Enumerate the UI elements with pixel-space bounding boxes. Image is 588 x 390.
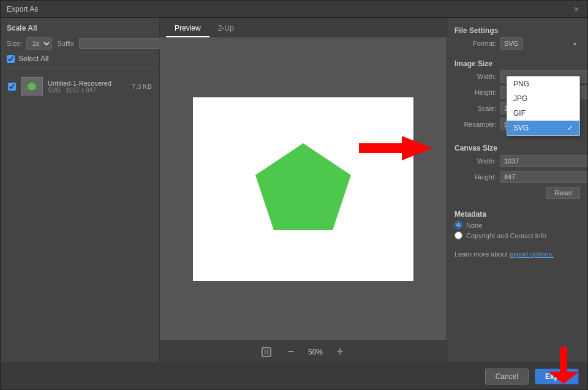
- metadata-none-radio[interactable]: [454, 221, 462, 229]
- format-select-wrapper: SVG PNG JPG GIF: [500, 37, 580, 50]
- select-all-label: Select All: [18, 54, 48, 63]
- reset-button[interactable]: Reset: [546, 187, 580, 199]
- red-arrow-right-indicator: [359, 133, 432, 165]
- right-panel: File Settings Format: SVG PNG JPG GIF Im…: [447, 18, 587, 362]
- size-suffix-row: Size: 1x 2x 3x Suffix +: [7, 37, 153, 50]
- tab-preview[interactable]: Preview: [166, 20, 209, 37]
- tabs-bar: Preview 2-Up: [160, 18, 447, 37]
- selected-checkmark: ✓: [567, 124, 573, 132]
- select-all-checkbox[interactable]: [7, 55, 15, 63]
- format-dropdown: PNG JPG GIF SVG ✓: [507, 76, 580, 136]
- format-row: Format: SVG PNG JPG GIF: [454, 37, 580, 50]
- zoom-percent: 50%: [308, 348, 323, 356]
- learn-more-text: Learn more about: [454, 250, 508, 258]
- select-all-row: Select All: [7, 54, 153, 69]
- dropdown-item-png[interactable]: PNG: [507, 77, 579, 91]
- canvas-height-row: Height: px: [454, 171, 580, 183]
- zoom-in-button[interactable]: +: [333, 345, 347, 359]
- svg-marker-1: [255, 143, 351, 230]
- metadata-section: Metadata None Copyright and Contact Info: [454, 210, 580, 242]
- fit-screen-button[interactable]: [259, 345, 274, 359]
- svg-rect-2: [359, 143, 402, 153]
- canvas-height-input[interactable]: [500, 171, 587, 183]
- image-height-label: Height:: [454, 89, 496, 96]
- scale-all-header: Scale All: [7, 24, 153, 32]
- scale-label: Scale:: [454, 105, 496, 112]
- metadata-copyright-row: Copyright and Contact Info: [454, 231, 580, 239]
- center-panel: Preview 2-Up: [160, 18, 447, 362]
- svg-marker-0: [28, 82, 36, 91]
- canvas-width-label: Width:: [454, 157, 496, 165]
- size-label: Size:: [7, 40, 21, 47]
- resample-label: Resample:: [454, 121, 496, 128]
- file-name: Untitled-1-Recovered: [48, 80, 127, 87]
- svg-marker-3: [402, 136, 432, 160]
- cancel-button[interactable]: Cancel: [485, 369, 529, 384]
- canvas-width-input[interactable]: [500, 155, 587, 167]
- preview-toolbar: − 50% +: [160, 340, 447, 362]
- suffix-input[interactable]: [79, 38, 170, 49]
- file-info: Untitled-1-Recovered SVG 1037 x 847: [48, 80, 127, 94]
- export-button[interactable]: Export: [535, 369, 579, 384]
- file-settings-section: File Settings Format: SVG PNG JPG GIF: [454, 26, 580, 53]
- export-options-link[interactable]: export options.: [510, 250, 554, 258]
- bottom-bar: Cancel Export: [1, 362, 587, 389]
- metadata-none-label: None: [466, 222, 482, 229]
- metadata-none-row: None: [454, 221, 580, 229]
- image-width-label: Width:: [454, 73, 496, 80]
- canvas-height-label: Height:: [454, 173, 496, 181]
- format-select[interactable]: SVG PNG JPG GIF: [500, 37, 523, 50]
- metadata-copyright-radio[interactable]: [454, 231, 462, 239]
- dropdown-item-gif[interactable]: GIF: [507, 106, 579, 121]
- canvas-width-row: Width: px: [454, 155, 580, 167]
- file-settings-title: File Settings: [454, 26, 580, 35]
- file-size: 7.3 KB: [132, 83, 152, 90]
- file-item: Untitled-1-Recovered SVG 1037 x 847 7.3 …: [7, 75, 153, 98]
- metadata-title: Metadata: [454, 210, 580, 219]
- metadata-copyright-label: Copyright and Contact Info: [466, 232, 546, 239]
- file-thumbnail: [21, 77, 43, 96]
- dropdown-item-svg[interactable]: SVG ✓: [507, 121, 579, 135]
- file-item-checkbox[interactable]: [8, 83, 16, 91]
- canvas-size-title: Canvas Size: [454, 144, 580, 152]
- canvas-size-section: Canvas Size Width: px Height: px Reset: [454, 144, 580, 201]
- left-panel: Scale All Size: 1x 2x 3x Suffix + Select…: [1, 18, 160, 362]
- dialog-title: Export As: [7, 5, 38, 13]
- scale-all-title: Scale All: [7, 24, 37, 32]
- title-bar: Export As ×: [1, 1, 587, 18]
- suffix-label: Suffix: [57, 40, 74, 47]
- preview-area: [160, 37, 447, 340]
- canvas-container: [193, 97, 413, 281]
- main-area: Scale All Size: 1x 2x 3x Suffix + Select…: [1, 18, 587, 362]
- tab-2up[interactable]: 2-Up: [209, 20, 243, 37]
- zoom-out-button[interactable]: −: [284, 345, 298, 359]
- learn-more-row: Learn more about export options.: [454, 250, 580, 258]
- file-meta: SVG 1037 x 847: [48, 87, 127, 94]
- svg-rect-5: [264, 350, 269, 354]
- close-button[interactable]: ×: [571, 4, 581, 14]
- format-label: Format:: [454, 40, 496, 47]
- export-as-dialog: Export As × Scale All Size: 1x 2x 3x Suf…: [0, 0, 588, 390]
- image-size-title: Image Size: [454, 59, 580, 68]
- dropdown-item-jpg[interactable]: JPG: [507, 91, 579, 106]
- size-select[interactable]: 1x 2x 3x: [26, 37, 52, 50]
